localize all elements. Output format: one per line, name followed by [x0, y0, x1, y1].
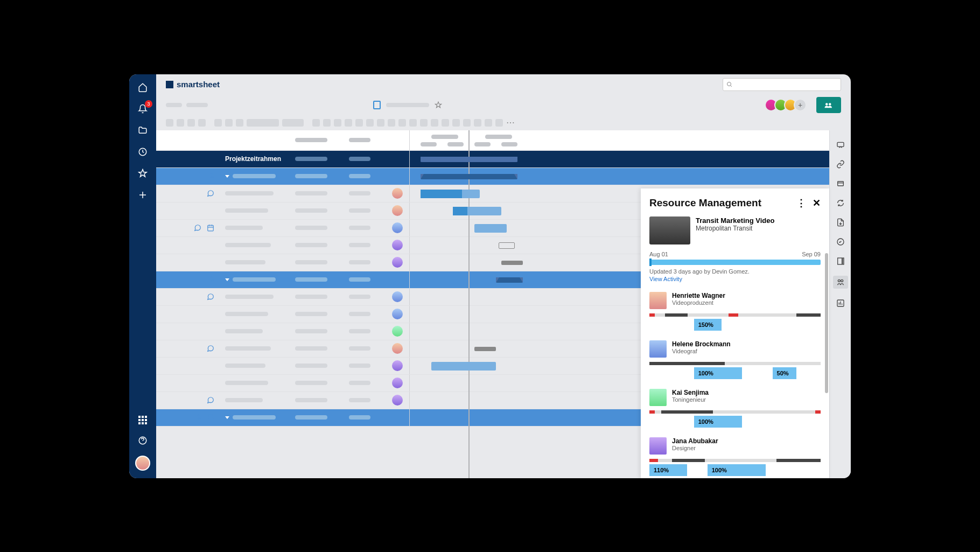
summary-icon[interactable] — [836, 256, 845, 266]
home-icon[interactable] — [137, 82, 148, 93]
brand-logo[interactable]: smartsheet — [166, 80, 220, 89]
toolbar-button[interactable] — [323, 119, 331, 127]
collaborator-avatars[interactable]: + — [768, 99, 807, 111]
folder-icon[interactable] — [137, 125, 148, 136]
search-input[interactable] — [723, 78, 841, 91]
resource-item: Helene Brockmann Videograf 100%50% — [649, 340, 821, 379]
toolbar-button[interactable] — [177, 119, 184, 127]
share-button[interactable] — [816, 97, 841, 113]
tabbar: + — [156, 95, 851, 115]
update-requests-icon[interactable] — [836, 198, 845, 208]
resource-name: Jana Abubakar — [672, 437, 718, 445]
assignee-avatar[interactable] — [392, 291, 403, 302]
toolbar-button[interactable] — [474, 119, 481, 127]
assignee-avatar[interactable] — [392, 205, 403, 216]
toolbar-button[interactable] — [420, 119, 428, 127]
toolbar-button[interactable] — [166, 119, 173, 127]
help-icon[interactable] — [137, 435, 148, 446]
toolbar-button[interactable] — [388, 119, 395, 127]
notifications-icon[interactable]: 3 — [137, 103, 148, 114]
user-avatar[interactable] — [135, 456, 150, 471]
tab-placeholder[interactable] — [166, 103, 182, 107]
view-activity-link[interactable]: View Activity — [649, 276, 821, 282]
attachment-icon[interactable] — [207, 172, 214, 180]
assignee-avatar[interactable] — [392, 188, 403, 199]
toolbar-button[interactable] — [282, 119, 304, 127]
toolbar-button[interactable] — [247, 119, 279, 127]
toolbar-button[interactable] — [225, 119, 233, 127]
toolbar-button[interactable] — [366, 119, 374, 127]
assignee-avatar[interactable] — [392, 378, 403, 388]
activity-icon[interactable] — [836, 237, 845, 247]
close-icon[interactable]: ✕ — [813, 197, 821, 209]
toolbar-button[interactable] — [442, 119, 449, 127]
chart-icon[interactable] — [836, 298, 845, 308]
assignee-avatar[interactable] — [392, 326, 403, 337]
toolbar-button[interactable] — [345, 119, 352, 127]
subsection-row[interactable] — [156, 168, 829, 185]
comment-icon[interactable] — [207, 396, 214, 404]
resource-item: Kai Senjima Toningenieur 100% — [649, 389, 821, 428]
panel-menu-icon[interactable]: ⋮ — [796, 197, 806, 209]
svg-rect-5 — [208, 225, 214, 231]
resource-role: Videograf — [672, 348, 731, 354]
add-icon[interactable] — [137, 190, 148, 200]
recents-icon[interactable] — [137, 146, 148, 157]
allocation-chip: 110% — [649, 464, 687, 476]
reminder-icon[interactable] — [207, 224, 214, 232]
toolbar-button[interactable] — [198, 119, 206, 127]
sheet-icon — [373, 101, 381, 109]
comment-icon[interactable] — [207, 293, 214, 301]
toolbar-button[interactable] — [452, 119, 460, 127]
assignee-avatar[interactable] — [392, 309, 403, 319]
toolbar-button[interactable] — [377, 119, 384, 127]
star-icon[interactable] — [435, 101, 442, 109]
toolbar-button[interactable] — [312, 119, 320, 127]
toolbar-more-icon[interactable]: ⋯ — [506, 117, 516, 128]
comment-icon[interactable] — [207, 190, 214, 197]
tab-placeholder[interactable] — [186, 103, 208, 107]
attachments-icon[interactable] — [836, 159, 845, 169]
toolbar-button[interactable] — [236, 119, 243, 127]
resource-management-icon[interactable] — [833, 276, 848, 289]
proof-icon[interactable] — [836, 179, 845, 188]
toolbar-button[interactable] — [495, 119, 503, 127]
assignee-avatar[interactable] — [392, 222, 403, 233]
toolbar-button[interactable] — [355, 119, 363, 127]
favorites-icon[interactable] — [137, 168, 148, 179]
reminder-icon[interactable] — [207, 414, 214, 421]
updated-text: Updated 3 days ago by Devin Gomez. — [649, 268, 821, 275]
allocation-chip: 50% — [773, 367, 797, 379]
scrollbar[interactable] — [825, 253, 828, 393]
assignee-avatar[interactable] — [392, 395, 403, 406]
assignee-avatar[interactable] — [392, 257, 403, 268]
toolbar-button[interactable] — [485, 119, 492, 127]
toolbar-button[interactable] — [431, 119, 438, 127]
toolbar-button[interactable] — [214, 119, 222, 127]
svg-point-12 — [841, 280, 843, 282]
toolbar-button[interactable] — [398, 119, 406, 127]
more-avatars[interactable]: + — [794, 99, 807, 111]
comment-icon[interactable] — [194, 224, 201, 232]
toolbar-button[interactable] — [409, 119, 417, 127]
nav-sidebar: 3 — [129, 74, 156, 478]
svg-rect-9 — [837, 258, 842, 264]
attachment-icon[interactable] — [194, 414, 201, 421]
assignee-avatar[interactable] — [392, 360, 403, 371]
panel-title: Resource Management — [649, 197, 790, 209]
comment-icon[interactable] — [207, 345, 214, 352]
apps-icon[interactable] — [137, 415, 148, 425]
publish-icon[interactable] — [836, 218, 845, 227]
assignee-avatar[interactable] — [392, 240, 403, 250]
section-header-row[interactable]: Projektzeitrahmen — [156, 151, 829, 168]
toolbar-button[interactable] — [334, 119, 341, 127]
sheet-title-placeholder — [386, 103, 429, 107]
resource-name: Helene Brockmann — [672, 340, 731, 348]
toolbar-button[interactable] — [187, 119, 195, 127]
conversations-icon[interactable] — [836, 140, 845, 150]
allocation-chip: 100% — [694, 367, 742, 379]
attachment-icon[interactable] — [207, 276, 214, 283]
assignee-avatar[interactable] — [392, 343, 403, 354]
toolbar-button[interactable] — [463, 119, 471, 127]
svg-point-3 — [825, 103, 828, 106]
